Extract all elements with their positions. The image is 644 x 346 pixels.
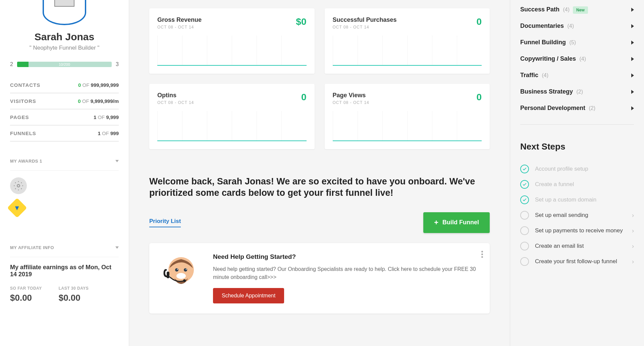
category-row[interactable]: Traffic (4)	[520, 67, 634, 83]
category-row[interactable]: Copywriting / Sales (4)	[520, 51, 634, 67]
schedule-appointment-button[interactable]: Schedule Appointment	[213, 288, 284, 303]
next-steps-list: Account profile setupCreate a funnelSet …	[520, 161, 634, 269]
metric-grid: Gross Revenue OCT 08 - OCT 14 $0 Success…	[149, 8, 490, 149]
next-step-item[interactable]: Create an email list›	[520, 238, 634, 254]
next-step-item[interactable]: Set up a custom domain	[520, 192, 634, 208]
metric-pageviews[interactable]: Page Views OCT 08 - OCT 14 0	[325, 84, 490, 149]
svg-rect-7	[167, 272, 169, 278]
affiliate-box: My affiliate earnings as of Mon, Oct 14 …	[10, 257, 119, 310]
welcome-message: Welcome back, Sarah Jonas! We are so exc…	[149, 176, 490, 199]
check-circle-icon	[520, 180, 529, 189]
chevron-down-icon	[115, 246, 119, 249]
chevron-right-icon	[631, 41, 634, 45]
category-count: (4)	[578, 56, 586, 62]
user-title: " Neophyte Funnel Builder "	[10, 45, 119, 51]
next-step-item[interactable]: Account profile setup	[520, 161, 634, 177]
category-row[interactable]: Personal Development (2)	[520, 100, 634, 116]
sidebar: Sarah Jonas " Neophyte Funnel Builder " …	[0, 0, 129, 346]
next-steps-title: Next Steps	[520, 141, 634, 152]
right-panel: Success Path (4)NewDocumentaries (4)Funn…	[510, 0, 644, 346]
affiliate-section-toggle[interactable]: MY AFFILIATE INFO	[10, 238, 119, 257]
step-label: Set up email sending	[535, 212, 626, 219]
category-list: Success Path (4)NewDocumentaries (4)Funn…	[520, 1, 634, 116]
metric-chart	[157, 36, 307, 66]
category-label: Business Strategy	[520, 88, 573, 95]
metric-revenue[interactable]: Gross Revenue OCT 08 - OCT 14 $0	[149, 8, 315, 74]
chevron-right-icon	[631, 73, 634, 77]
category-label: Success Path	[520, 6, 559, 13]
chevron-right-icon	[631, 106, 634, 110]
affiliate-last30: LAST 30 DAYS $0.00	[59, 286, 89, 303]
category-count: (2)	[575, 89, 583, 95]
category-count: (5)	[568, 40, 576, 45]
build-funnel-button[interactable]: + Build Funnel	[423, 212, 490, 233]
category-count: (4)	[561, 7, 570, 12]
awards-section-toggle[interactable]: MY AWARDS 1	[10, 152, 119, 171]
card-menu-icon[interactable]	[481, 250, 483, 259]
empty-circle-icon	[520, 226, 529, 235]
next-step-item[interactable]: Set up email sending›	[520, 208, 634, 223]
help-card-body: Need help getting started? Our Onboardin…	[213, 265, 480, 281]
chevron-right-icon: ›	[632, 258, 634, 265]
stat-pages: PAGES 1 OF 9,999	[10, 110, 119, 126]
svg-point-3	[184, 268, 187, 272]
avatar	[43, 0, 86, 25]
metric-chart	[333, 111, 482, 141]
progress-label: 10/200	[59, 62, 70, 66]
stat-funnels: FUNNELS 1 OF 999	[10, 126, 119, 142]
svg-point-6	[176, 273, 186, 279]
category-row[interactable]: Documentaries (4)	[520, 18, 634, 34]
level-from: 2	[10, 61, 13, 67]
divider	[520, 124, 634, 125]
progress-bar: 10/200	[17, 62, 112, 67]
priority-list-tab[interactable]: Priority List	[149, 218, 181, 227]
step-label: Account profile setup	[535, 166, 634, 172]
step-label: Set up a custom domain	[535, 196, 634, 203]
step-label: Create your first follow-up funnel	[535, 258, 626, 265]
plus-icon: +	[434, 218, 438, 227]
next-step-item[interactable]: Create your first follow-up funnel›	[520, 254, 634, 269]
svg-point-0	[17, 184, 20, 187]
metric-purchases[interactable]: Successful Purchases OCT 08 - OCT 14 0	[325, 8, 490, 74]
category-label: Funnel Building	[520, 39, 566, 46]
svg-point-5	[186, 269, 187, 270]
category-count: (4)	[566, 23, 574, 29]
chevron-right-icon	[631, 57, 634, 61]
category-count: (4)	[540, 72, 548, 78]
check-circle-icon	[520, 195, 529, 204]
category-count: (2)	[587, 105, 595, 111]
main-content: Gross Revenue OCT 08 - OCT 14 $0 Success…	[129, 0, 510, 346]
category-label: Traffic	[520, 72, 538, 78]
award-gear-icon[interactable]	[10, 177, 27, 194]
next-step-item[interactable]: Set up payments to receive money›	[520, 223, 634, 238]
help-card: Need Help Getting Started? Need help get…	[149, 243, 490, 313]
check-circle-icon	[520, 165, 529, 173]
metric-optins[interactable]: Optins OCT 08 - OCT 14 0	[149, 84, 315, 149]
onboarding-avatar-icon	[159, 253, 203, 297]
user-name: Sarah Jonas	[10, 31, 119, 43]
chevron-right-icon	[631, 8, 634, 12]
svg-point-4	[177, 269, 178, 270]
stat-list: CONTACTS 0 OF 999,999,999 VISITORS 0 OF …	[10, 77, 119, 142]
chevron-down-icon	[115, 160, 119, 162]
chevron-right-icon: ›	[632, 227, 634, 234]
stat-visitors: VISITORS 0 OF 9,999,999/m	[10, 94, 119, 110]
empty-circle-icon	[520, 257, 529, 266]
category-row[interactable]: Success Path (4)New	[520, 1, 634, 18]
award-funnel-icon[interactable]: ▼	[7, 198, 27, 218]
category-label: Personal Development	[520, 105, 585, 111]
chevron-right-icon: ›	[632, 212, 634, 219]
affiliate-heading: My affiliate earnings as of Mon, Oct 14 …	[10, 264, 119, 278]
level-progress: 2 10/200 3	[10, 61, 119, 67]
help-card-title: Need Help Getting Started?	[213, 253, 480, 261]
level-to: 3	[116, 61, 119, 67]
metric-chart	[157, 111, 307, 141]
category-label: Copywriting / Sales	[520, 55, 576, 62]
empty-circle-icon	[520, 211, 529, 220]
category-row[interactable]: Funnel Building (5)	[520, 34, 634, 51]
step-label: Set up payments to receive money	[535, 227, 626, 234]
chevron-right-icon: ›	[632, 243, 634, 250]
svg-point-2	[175, 268, 178, 272]
category-row[interactable]: Business Strategy (2)	[520, 83, 634, 100]
next-step-item[interactable]: Create a funnel	[520, 177, 634, 192]
